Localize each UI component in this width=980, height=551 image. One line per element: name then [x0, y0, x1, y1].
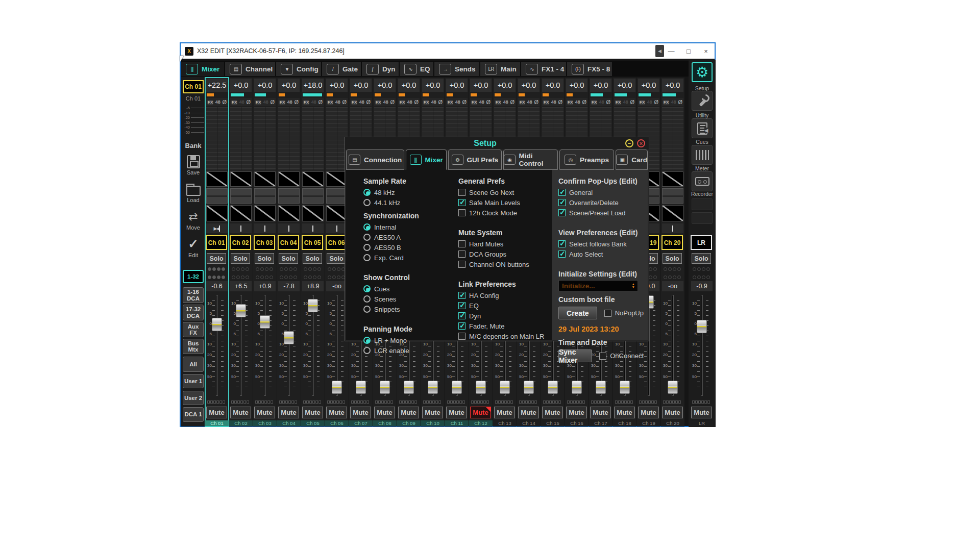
radio-internal[interactable]: Internal	[363, 222, 455, 232]
fx-badge-icon[interactable]: FX	[303, 100, 309, 105]
dyn-curve-thumbnail[interactable]	[302, 205, 324, 221]
phase-invert-icon[interactable]: Ø	[222, 99, 227, 105]
fx-badge-icon[interactable]: FX	[639, 100, 645, 105]
solo-button-ch-04[interactable]: Solo	[279, 253, 298, 264]
gain-value[interactable]: +0.0	[542, 79, 564, 92]
gate-curve-thumbnail[interactable]	[662, 171, 683, 187]
fader-cap-ch-13[interactable]	[500, 381, 510, 394]
fx-badge-icon[interactable]: FX	[327, 100, 333, 105]
toolbar-button-mixer[interactable]: |||Mixer	[181, 62, 224, 76]
mute-button-ch-15[interactable]: Mute	[542, 407, 563, 418]
fx-badge-icon[interactable]: FX	[423, 100, 429, 105]
gain-value[interactable]: +0.0	[230, 79, 252, 92]
mute-button-ch-19[interactable]: Mute	[638, 407, 659, 418]
gain-value[interactable]: +0.0	[326, 79, 348, 92]
bank-button-17-32-dca[interactable]: 17-32 DCA	[183, 305, 204, 320]
radio-44-1-khz[interactable]: 44.1 kHz	[363, 197, 455, 208]
gate-curve-thumbnail[interactable]	[302, 171, 324, 187]
checkbox-eq[interactable]: EQ	[458, 300, 551, 311]
dyn-curve-thumbnail[interactable]	[278, 205, 300, 221]
sidebar-tool-save[interactable]: Save	[181, 155, 205, 176]
radio-lr-mono[interactable]: LR + Mono	[363, 335, 455, 345]
fx-badge-icon[interactable]: FX	[231, 100, 237, 105]
phantom-48v-icon[interactable]: 48	[407, 99, 412, 105]
gain-value[interactable]: +0.0	[350, 79, 372, 92]
scribble-strip-ch-01[interactable]: Ch 01	[206, 235, 227, 250]
mute-button-ch-17[interactable]: Mute	[590, 407, 611, 418]
phase-invert-icon[interactable]: Ø	[630, 99, 634, 105]
toolbar-button-fx1-4[interactable]: ∿FX1 - 4	[521, 62, 566, 76]
mute-button-ch-11[interactable]: Mute	[446, 407, 467, 418]
bank-button-dca-1[interactable]: DCA 1	[183, 407, 204, 422]
setup-tab-preamps[interactable]: ◎Preamps	[559, 149, 614, 170]
phantom-48v-icon[interactable]: 48	[215, 99, 220, 105]
radio-aes50-b[interactable]: AES50 B	[363, 242, 455, 253]
phase-invert-icon[interactable]: Ø	[366, 99, 371, 105]
fx-badge-icon[interactable]: FX	[495, 100, 501, 105]
toolbar-button-dyn[interactable]: ƒDyn	[362, 62, 399, 76]
solo-button-ch-06[interactable]: Solo	[327, 253, 346, 264]
initialize-dropdown[interactable]: Initialize...▲▼	[558, 280, 638, 291]
phantom-48v-icon[interactable]: 48	[431, 99, 436, 105]
checkbox-nopopup[interactable]: NoPopUp	[604, 308, 644, 318]
gate-curve-thumbnail[interactable]	[278, 171, 300, 187]
dyn-curve-thumbnail[interactable]	[230, 205, 252, 221]
bank-button-1-32[interactable]: 1-32	[183, 270, 204, 283]
phantom-48v-icon[interactable]: 48	[551, 99, 556, 105]
toolbar-button-config[interactable]: ▼Config	[276, 62, 321, 76]
checkbox-m-c-depends-on-main-lr[interactable]: M/C depends on Main LR	[458, 331, 551, 341]
sidebar-tool-edit[interactable]: ✓Edit	[181, 237, 205, 258]
toolbar-button-sends[interactable]: →Sends	[434, 62, 479, 76]
checkbox-dca-groups[interactable]: DCA Groups	[458, 249, 551, 259]
mute-button-lr[interactable]: Mute	[691, 407, 712, 418]
phase-invert-icon[interactable]: Ø	[462, 99, 467, 105]
pan-slider[interactable]	[230, 223, 252, 233]
fader-cap-ch-20[interactable]	[668, 381, 678, 394]
phantom-48v-icon[interactable]: 48	[575, 99, 580, 105]
dialog-minimize-icon[interactable]: −	[625, 139, 633, 147]
mute-button-ch-01[interactable]: Mute	[206, 407, 227, 418]
mute-button-ch-09[interactable]: Mute	[398, 407, 419, 418]
phase-invert-icon[interactable]: Ø	[270, 99, 275, 105]
phase-invert-icon[interactable]: Ø	[654, 99, 658, 105]
pan-slider[interactable]	[662, 223, 683, 233]
scribble-strip-ch-20[interactable]: Ch 20	[662, 235, 683, 250]
radio-snippets[interactable]: Snippets	[363, 304, 455, 314]
bank-button-aux-fx[interactable]: Aux FX	[183, 322, 204, 337]
eq-thumbnail[interactable]	[206, 188, 228, 204]
toolbar-button-gate[interactable]: /Gate	[322, 62, 361, 76]
toolbar-button-eq[interactable]: ∿EQ	[400, 62, 433, 76]
fader-cap-ch-02[interactable]	[236, 304, 246, 317]
eq-thumbnail[interactable]	[662, 188, 683, 204]
scribble-strip-ch-02[interactable]: Ch 02	[230, 235, 251, 250]
gain-value[interactable]: +0.0	[422, 79, 444, 92]
eq-thumbnail[interactable]	[254, 188, 276, 204]
phase-invert-icon[interactable]: Ø	[390, 99, 395, 105]
fader-cap-ch-10[interactable]	[428, 381, 438, 394]
fader-cap-ch-12[interactable]	[476, 381, 486, 394]
checkbox-overwrite-delete[interactable]: Overwrite/Delete	[558, 197, 644, 208]
phantom-48v-icon[interactable]: 48	[359, 99, 364, 105]
phase-invert-icon[interactable]: Ø	[606, 99, 610, 105]
mute-button-ch-10[interactable]: Mute	[422, 407, 443, 418]
checkbox-safe-main-levels[interactable]: Safe Main Levels	[458, 197, 551, 208]
dyn-curve-thumbnail[interactable]	[206, 205, 228, 221]
fx-badge-icon[interactable]: FX	[447, 100, 453, 105]
phantom-48v-icon[interactable]: 48	[263, 99, 268, 105]
gate-curve-thumbnail[interactable]	[206, 171, 228, 187]
gain-value[interactable]: +0.0	[278, 79, 300, 92]
fx-badge-icon[interactable]: FX	[207, 100, 213, 105]
create-button[interactable]: Create	[558, 307, 597, 319]
mute-button-ch-20[interactable]: Mute	[662, 407, 683, 418]
gain-value[interactable]: +0.0	[398, 79, 420, 92]
fx-badge-icon[interactable]: FX	[471, 100, 477, 105]
scribble-strip-ch-06[interactable]: Ch 06	[326, 235, 347, 250]
phase-invert-icon[interactable]: Ø	[534, 99, 538, 105]
phase-invert-icon[interactable]: Ø	[582, 99, 586, 105]
gain-value[interactable]: +0.0	[590, 79, 611, 92]
scribble-strip-ch-05[interactable]: Ch 05	[302, 235, 323, 250]
phase-invert-icon[interactable]: Ø	[438, 99, 443, 105]
phantom-48v-icon[interactable]: 48	[335, 99, 340, 105]
gain-value[interactable]: +22.5	[206, 79, 228, 92]
phantom-48v-icon[interactable]: 48	[455, 99, 460, 105]
